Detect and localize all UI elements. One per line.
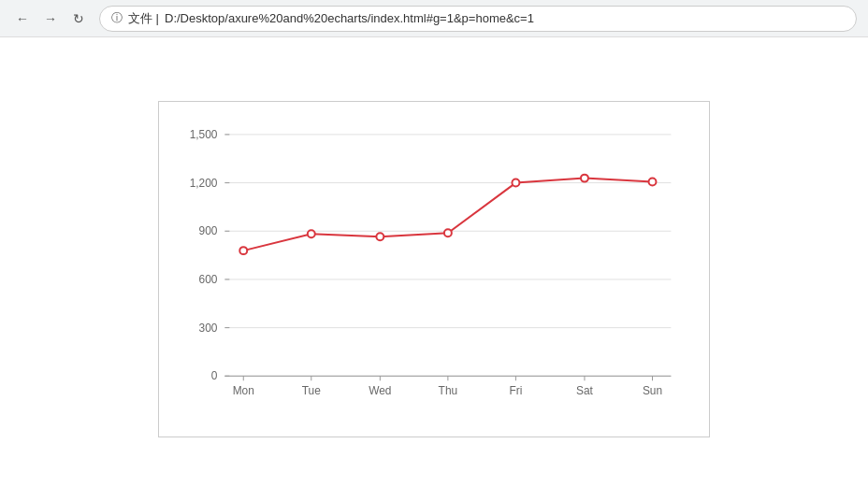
- data-point-sat: [581, 175, 588, 182]
- y-label-1500: 1,500: [190, 128, 218, 141]
- address-bar[interactable]: ⓘ 文件 | D:/Desktop/axure%20and%20echarts/…: [99, 6, 857, 32]
- nav-buttons: ← → ↻: [11, 7, 90, 30]
- x-label-sat: Sat: [576, 384, 594, 397]
- line-chart: 0 300 600 900 1,200 1,500 Mon Tue Wed Th…: [168, 121, 690, 418]
- y-label-0: 0: [211, 369, 218, 382]
- page-content: 0 300 600 900 1,200 1,500 Mon Tue Wed Th…: [0, 37, 868, 501]
- reload-button[interactable]: ↻: [67, 7, 90, 30]
- x-label-mon: Mon: [233, 384, 254, 397]
- x-label-tue: Tue: [302, 384, 321, 397]
- chart-container: 0 300 600 900 1,200 1,500 Mon Tue Wed Th…: [158, 101, 710, 437]
- back-button[interactable]: ←: [11, 7, 34, 30]
- data-point-wed: [376, 233, 383, 240]
- forward-button[interactable]: →: [39, 7, 62, 30]
- data-point-tue: [308, 230, 315, 237]
- url-prefix: 文件 |: [128, 10, 159, 27]
- x-label-sun: Sun: [643, 384, 662, 397]
- lock-icon: ⓘ: [111, 10, 123, 26]
- x-label-thu: Thu: [439, 384, 458, 397]
- browser-chrome: ← → ↻ ⓘ 文件 | D:/Desktop/axure%20and%20ec…: [0, 0, 868, 37]
- data-line: [243, 179, 652, 251]
- y-label-1200: 1,200: [190, 177, 218, 190]
- data-point-mon: [239, 247, 247, 254]
- y-label-600: 600: [199, 273, 218, 286]
- data-point-sun: [649, 179, 657, 186]
- y-label-300: 300: [199, 322, 218, 335]
- y-label-900: 900: [199, 224, 218, 237]
- data-point-thu: [444, 229, 452, 236]
- x-label-fri: Fri: [509, 384, 522, 397]
- url-text: D:/Desktop/axure%20and%20echarts/index.h…: [165, 11, 534, 25]
- x-label-wed: Wed: [369, 384, 391, 397]
- data-point-fri: [512, 179, 519, 187]
